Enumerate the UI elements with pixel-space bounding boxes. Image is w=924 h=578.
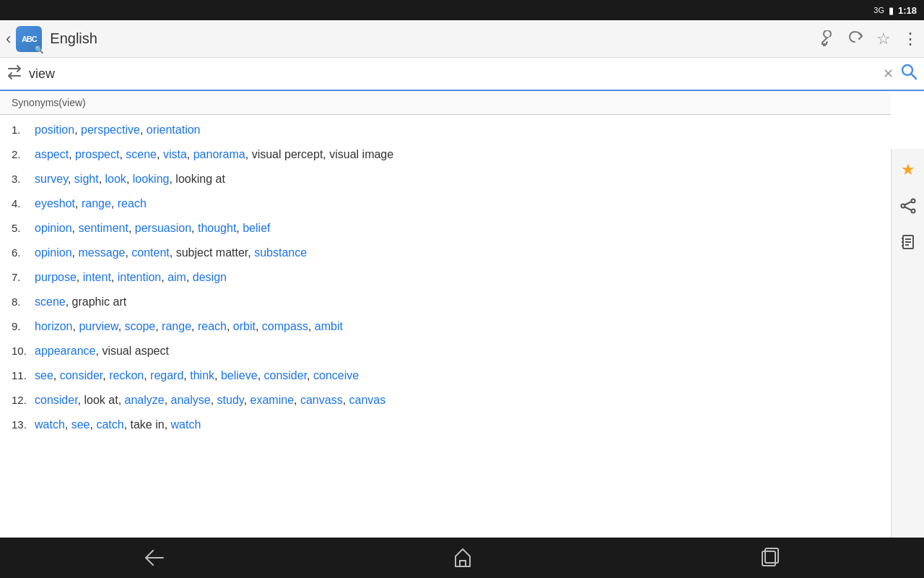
synonym-link[interactable]: intent (83, 271, 111, 283)
toolbar-title: English (50, 30, 819, 47)
synonym-link[interactable]: content (131, 246, 169, 259)
clear-icon[interactable]: ✕ (883, 66, 894, 82)
svg-point-2 (911, 199, 915, 203)
entry-content: appearance, visual aspect (35, 342, 169, 360)
synonym-link[interactable]: catch (96, 418, 123, 431)
synonym-link[interactable]: perspective (81, 124, 140, 136)
search-input[interactable] (29, 66, 883, 82)
synonym-link[interactable]: panorama (193, 148, 245, 160)
synonym-link[interactable]: purview (79, 320, 118, 332)
synonym-link[interactable]: see (71, 418, 90, 431)
right-sidebar: ★ (891, 149, 924, 578)
synonym-link[interactable]: consider (35, 394, 78, 406)
synonym-link[interactable]: examine (250, 394, 294, 406)
synonym-link[interactable]: looking (133, 173, 170, 185)
synonym-link[interactable]: sight (74, 173, 99, 185)
synonym-link[interactable]: position (35, 124, 74, 136)
entry-content: purpose, intent, intention, aim, design (35, 269, 227, 286)
synonym-link[interactable]: vista (163, 148, 187, 160)
synonym-link[interactable]: scene (126, 148, 157, 160)
nav-recents-button[interactable] (759, 547, 781, 569)
synonym-link[interactable]: survey (35, 173, 68, 185)
svg-rect-14 (460, 561, 466, 566)
entry-number: 1. (12, 122, 35, 139)
synonym-link[interactable]: canvass (300, 394, 343, 406)
synonym-link[interactable]: opinion (35, 246, 72, 259)
back-button[interactable]: ‹ (6, 30, 11, 48)
synonym-link[interactable]: appearance (35, 345, 96, 357)
synonym-link[interactable]: intention (118, 271, 162, 283)
nav-back-button[interactable] (143, 548, 166, 568)
refresh-icon[interactable] (847, 30, 865, 48)
list-item: 3.survey, sight, look, looking, looking … (12, 167, 846, 191)
synonym-link[interactable]: persuasion (135, 222, 191, 234)
key-icon[interactable] (819, 30, 836, 48)
svg-point-4 (911, 210, 915, 213)
synonym-link[interactable]: conceive (313, 369, 359, 381)
synonym-link[interactable]: opinion (35, 222, 72, 234)
entry-content: opinion, message, content, subject matte… (35, 244, 307, 262)
synonym-link[interactable]: message (79, 246, 126, 259)
synonym-link[interactable]: ambit (315, 320, 343, 332)
synonym-link[interactable]: orientation (147, 124, 201, 136)
list-item: 11.see, consider, reckon, regard, think,… (12, 363, 846, 388)
list-item: 9.horizon, purview, scope, range, reach,… (12, 314, 846, 339)
list-item: 4.eyeshot, range, reach (12, 191, 846, 216)
entry-number: 4. (12, 196, 35, 212)
list-item: 5.opinion, sentiment, persuasion, though… (12, 216, 846, 241)
synonym-link[interactable]: reckon (109, 369, 144, 381)
entry-number: 3. (12, 171, 35, 188)
synonym-link[interactable]: watch (171, 418, 201, 431)
synonym-link[interactable]: prospect (75, 148, 119, 160)
synonym-link[interactable]: sentiment (79, 222, 128, 234)
search-bar: ✕ (0, 58, 924, 91)
entry-number: 8. (12, 294, 35, 311)
synonym-link[interactable]: analyze (125, 394, 165, 406)
synonym-link[interactable]: scope (125, 320, 156, 332)
synonym-link[interactable]: range (82, 197, 111, 210)
synonym-link[interactable]: consider (60, 369, 103, 381)
synonym-link[interactable]: compass (262, 320, 308, 332)
favorite-button[interactable]: ★ (892, 152, 925, 188)
synonym-link[interactable]: believe (221, 369, 258, 381)
list-item: 13.watch, see, catch, take in, watch (12, 413, 846, 437)
synonym-link[interactable]: analyse (171, 394, 211, 406)
synonym-link[interactable]: regard (150, 369, 183, 381)
synonym-link[interactable]: look (105, 173, 126, 185)
search-button[interactable] (899, 62, 918, 85)
bottom-nav (0, 538, 924, 578)
synonym-link[interactable]: design (193, 271, 227, 283)
synonym-link[interactable]: eyeshot (35, 197, 75, 210)
synonym-link[interactable]: thought (198, 222, 236, 234)
entry-number: 9. (12, 319, 35, 335)
synonym-link[interactable]: belief (243, 222, 270, 234)
synonym-link[interactable]: range (162, 320, 191, 332)
logo-text: ABC (22, 35, 37, 43)
synonym-link[interactable]: aim (167, 271, 186, 283)
synonym-link[interactable]: orbit (233, 320, 256, 332)
synonym-link[interactable]: reach (118, 197, 147, 210)
synonym-link[interactable]: consider (264, 369, 308, 381)
synonym-link[interactable]: think (190, 369, 214, 381)
notebook-button[interactable] (892, 224, 925, 260)
entry-content: survey, sight, look, looking, looking at (35, 171, 225, 188)
entry-content: aspect, prospect, scene, vista, panorama… (35, 146, 393, 163)
nav-home-button[interactable] (452, 547, 474, 569)
entry-content: see, consider, reckon, regard, think, be… (35, 367, 359, 384)
synonym-link[interactable]: reach (198, 320, 227, 332)
synonym-link[interactable]: horizon (35, 320, 72, 332)
synonym-link[interactable]: see (35, 369, 53, 381)
synonym-link[interactable]: substance (254, 246, 307, 259)
toolbar-star-icon[interactable]: ☆ (876, 30, 891, 48)
synonym-link[interactable]: study (217, 394, 244, 406)
synonym-link[interactable]: watch (35, 418, 65, 431)
synonym-link[interactable]: aspect (35, 148, 69, 160)
synonym-link[interactable]: scene (35, 296, 66, 308)
synonym-link[interactable]: canvas (349, 394, 386, 406)
menu-icon[interactable]: ⋮ (902, 30, 918, 48)
entry-number: 12. (12, 392, 35, 409)
synonym-link[interactable]: purpose (35, 271, 77, 283)
share-button[interactable] (892, 188, 925, 224)
toolbar: ‹ ABC English ☆ ⋮ (0, 20, 924, 58)
swap-icon[interactable] (6, 64, 23, 84)
